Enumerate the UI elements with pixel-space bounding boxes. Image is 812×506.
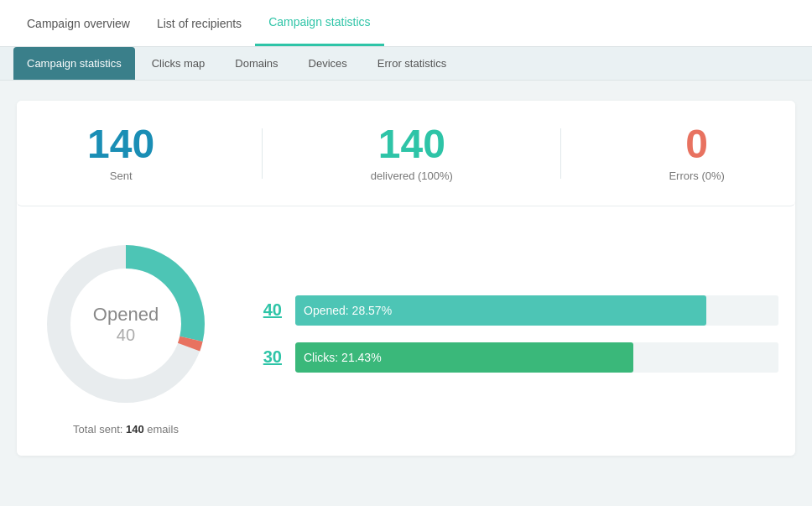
sent-value: 140 xyxy=(87,124,154,164)
errors-value: 0 xyxy=(669,124,724,164)
clicks-count[interactable]: 30 xyxy=(252,347,282,367)
subnav-error-statistics[interactable]: Error statistics xyxy=(364,47,460,80)
opened-bar-label: Opened: 28.57% xyxy=(304,304,392,317)
clicks-bar-row: 30 Clicks: 21.43% xyxy=(252,342,778,373)
opened-bar-track: Opened: 28.57% xyxy=(295,295,778,326)
total-sent-suffix: emails xyxy=(147,423,179,436)
opened-bar-fill: Opened: 28.57% xyxy=(295,295,706,326)
clicks-bar-fill: Clicks: 21.43% xyxy=(295,342,633,373)
top-nav: Campaign overview List of recipients Cam… xyxy=(0,0,812,47)
stat-sent: 140 Sent xyxy=(87,124,154,182)
tab-campaign-statistics[interactable]: Campaign statistics xyxy=(255,0,383,46)
subnav-clicks-map[interactable]: Clicks map xyxy=(138,47,219,80)
stat-divider-1 xyxy=(262,128,263,179)
tab-list-of-recipients[interactable]: List of recipients xyxy=(143,2,255,45)
tab-campaign-overview[interactable]: Campaign overview xyxy=(13,2,143,45)
subnav-devices[interactable]: Devices xyxy=(295,47,361,80)
total-sent-prefix: Total sent: xyxy=(73,423,122,436)
stat-divider-2 xyxy=(560,128,561,179)
sent-label: Sent xyxy=(87,170,154,182)
subnav-campaign-statistics[interactable]: Campaign statistics xyxy=(13,47,135,80)
donut-chart: Opened 40 xyxy=(34,232,218,416)
stats-row: 140 Sent 140 delivered (100%) 0 Errors (… xyxy=(17,101,795,206)
subnav-domains[interactable]: Domains xyxy=(221,47,291,80)
errors-label: Errors (0%) xyxy=(669,170,724,182)
stat-errors: 0 Errors (0%) xyxy=(669,124,724,182)
chart-section: Opened 40 Total sent: 140 emails 40 xyxy=(17,206,795,456)
delivered-label: delivered (100%) xyxy=(371,170,453,182)
sub-nav: Campaign statistics Clicks map Domains D… xyxy=(0,47,812,81)
total-sent: Total sent: 140 emails xyxy=(73,423,179,436)
delivered-value: 140 xyxy=(371,124,453,164)
opened-bar-row: 40 Opened: 28.57% xyxy=(252,295,778,326)
bars-section: 40 Opened: 28.57% 30 Clicks: 21.43% xyxy=(252,295,778,373)
clicks-bar-label: Clicks: 21.43% xyxy=(304,351,382,364)
main-content: 140 Sent 140 delivered (100%) 0 Errors (… xyxy=(0,81,812,476)
total-sent-value: 140 xyxy=(126,423,144,436)
stat-delivered: 140 delivered (100%) xyxy=(371,124,453,182)
clicks-bar-track: Clicks: 21.43% xyxy=(295,342,778,373)
opened-count[interactable]: 40 xyxy=(252,300,282,320)
stats-wrapper: 140 Sent 140 delivered (100%) 0 Errors (… xyxy=(17,101,795,456)
